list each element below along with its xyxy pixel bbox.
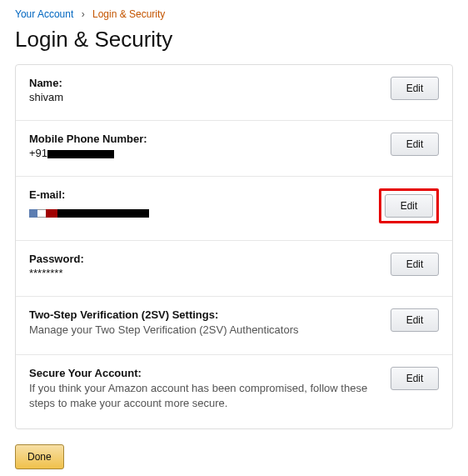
edit-twostep-button[interactable]: Edit (391, 308, 439, 332)
breadcrumb-current: Login & Security (92, 8, 165, 20)
row-mobile: Mobile Phone Number: +91 Edit (16, 121, 452, 177)
row-twostep: Two-Step Verification (2SV) Settings: Ma… (16, 297, 452, 355)
edit-mobile-button[interactable]: Edit (391, 133, 439, 156)
name-value: shivam (29, 91, 377, 103)
row-name: Name: shivam Edit (16, 65, 452, 121)
settings-card: Name: shivam Edit Mobile Phone Number: +… (15, 64, 453, 429)
email-edit-highlight: Edit (379, 188, 439, 223)
password-label: Password: (29, 253, 377, 265)
page-title: Login & Security (15, 27, 453, 53)
breadcrumb-root-link[interactable]: Your Account (15, 8, 73, 20)
secure-label: Secure Your Account: (29, 367, 377, 379)
email-label: E-mail: (29, 188, 366, 201)
twostep-label: Two-Step Verification (2SV) Settings: (29, 308, 377, 321)
breadcrumb-separator: › (82, 8, 85, 20)
mobile-prefix: +91 (29, 147, 47, 159)
edit-email-button[interactable]: Edit (385, 194, 433, 218)
twostep-desc: Manage your Two Step Verification (2SV) … (29, 323, 377, 338)
mobile-redacted (47, 150, 114, 158)
mobile-label: Mobile Phone Number: (29, 133, 377, 145)
done-button[interactable]: Done (15, 444, 64, 469)
row-secure: Secure Your Account: If you think your A… (16, 355, 452, 428)
name-label: Name: (29, 77, 377, 89)
secure-desc: If you think your Amazon account has bee… (29, 381, 377, 411)
password-value: ******** (29, 267, 377, 279)
breadcrumb: Your Account › Login & Security (15, 8, 453, 20)
row-email: E-mail: Edit (16, 177, 452, 241)
edit-name-button[interactable]: Edit (391, 77, 439, 100)
email-value-redacted (29, 209, 149, 218)
row-password: Password: ******** Edit (16, 241, 452, 297)
edit-secure-button[interactable]: Edit (391, 367, 439, 390)
mobile-value: +91 (29, 147, 377, 159)
edit-password-button[interactable]: Edit (391, 253, 439, 276)
